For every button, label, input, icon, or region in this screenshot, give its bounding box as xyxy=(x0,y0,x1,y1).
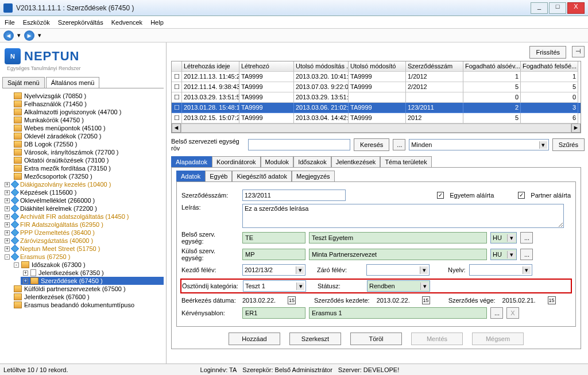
menu-eszkozok[interactable]: Eszközök xyxy=(23,19,50,26)
tree-item[interactable]: Külföldi partnerszervezetek (67500 ) xyxy=(24,285,126,292)
expand-icon[interactable]: + xyxy=(5,238,10,243)
expand-icon[interactable]: + xyxy=(5,190,10,195)
torol-button[interactable]: Töröl xyxy=(350,333,402,345)
collapse-icon[interactable]: - xyxy=(14,262,19,268)
subtab-egyeb[interactable]: Egyéb xyxy=(205,171,232,181)
scroll-right-icon[interactable]: ► xyxy=(571,123,581,133)
tree-item-erasmus[interactable]: Erasmus (67250 ) xyxy=(20,253,70,260)
kerveny-browse-button[interactable]: ... xyxy=(490,307,503,319)
szures-button[interactable]: Szűrés xyxy=(552,138,585,151)
belso-lang-combo[interactable]: HU▾ xyxy=(490,232,517,243)
subtab-megjegyzes[interactable]: Megjegyzés xyxy=(292,171,335,181)
grid-row[interactable]: ☐2012.11.13. 11:45:2TA99992013.03.20. 10… xyxy=(172,72,581,82)
statusz-combo[interactable]: Rendben▾ xyxy=(367,280,430,292)
col-letrehozo[interactable]: Létrehozó xyxy=(239,61,294,72)
tree-item[interactable]: PPP Üzemeltetés (36400 ) xyxy=(20,229,95,236)
tree-item[interactable]: Archivált FIR adatszolgáltatás (14450 ) xyxy=(20,213,129,220)
leiras-textarea[interactable] xyxy=(242,204,564,228)
col-fogadhato-also[interactable]: Fogadható alsóév... xyxy=(463,61,521,72)
tab-alapadatok[interactable]: Alapadatok xyxy=(171,156,212,167)
expand-icon[interactable]: + xyxy=(5,214,10,219)
tree-item[interactable]: Jelentkezések (67350 ) xyxy=(38,269,104,276)
col-utolso-modosito[interactable]: Utolsó módosító xyxy=(349,61,406,72)
partner-alairta-checkbox[interactable]: ✓ xyxy=(518,192,525,199)
navigation-tree[interactable]: Nyelvvizsgák (70850 ) Felhasználók (7145… xyxy=(2,92,164,339)
tree-item[interactable]: Extra mezők fordítása (73150 ) xyxy=(24,165,111,172)
menu-szerepkorvaltas[interactable]: Szerepkörváltás xyxy=(58,19,103,26)
tree-item[interactable]: Diákhitel kérelmek (72200 ) xyxy=(20,205,97,212)
expand-icon[interactable]: + xyxy=(23,270,28,276)
expand-icon[interactable]: + xyxy=(5,246,10,252)
col-letrehozas[interactable]: Létrehozás ideje xyxy=(182,61,239,72)
col-utolso-mod[interactable]: Utolsó módosítás ... xyxy=(294,61,349,72)
tree-item[interactable]: Városok, irányítószámok (72700 ) xyxy=(24,149,118,156)
nav-back-button[interactable]: ◄ xyxy=(3,30,14,41)
tree-item[interactable]: Mezőcsoportok (73250 ) xyxy=(24,173,92,180)
tree-item-szerzodesek[interactable]: Szerződések (67450 ) xyxy=(41,277,103,284)
expand-icon[interactable]: + xyxy=(5,222,10,227)
contracts-grid[interactable]: Létrehozás ideje Létrehozó Utolsó módosí… xyxy=(171,61,581,133)
calendar-icon[interactable]: 15 xyxy=(548,296,556,304)
kerveny-clear-button[interactable]: X xyxy=(506,307,519,319)
menu-kedvencek[interactable]: Kedvencek xyxy=(111,19,142,26)
tree-item[interactable]: Oklevélmelléklet (266000 ) xyxy=(20,197,95,204)
tree-item[interactable]: Jelentkezések (67600 ) xyxy=(24,293,90,300)
nav-forward-button[interactable]: ► xyxy=(24,30,34,41)
collapse-icon[interactable]: - xyxy=(5,254,10,260)
minimize-button[interactable]: _ xyxy=(531,2,548,14)
filter-input[interactable] xyxy=(248,139,350,150)
subtab-kiegeszito[interactable]: Kiegészítő adatok xyxy=(232,171,291,181)
tab-jelentkezesek[interactable]: Jelentkezések xyxy=(331,156,381,167)
filter-combo[interactable]: Minden▾ xyxy=(409,139,548,150)
expand-icon[interactable]: + xyxy=(5,198,10,203)
tree-item[interactable]: Alkalmazotti jogviszonyok (44700 ) xyxy=(24,109,121,115)
search-button[interactable]: Keresés xyxy=(354,138,389,151)
nyelv-combo[interactable]: ▾ xyxy=(469,264,532,276)
tree-item[interactable]: Oklevél záradékok (72050 ) xyxy=(24,133,102,140)
tab-altalanos-menu[interactable]: Általános menü xyxy=(46,77,100,88)
col-fogadhato-felso[interactable]: Fogadható felsőé... xyxy=(521,61,578,72)
browse-button[interactable]: ... xyxy=(393,139,405,150)
zaro-felev-combo[interactable]: ▾ xyxy=(366,264,430,276)
belso-browse-button[interactable]: ... xyxy=(520,232,533,243)
pin-icon[interactable]: ⊣ xyxy=(572,46,585,57)
szerzodesszam-input[interactable] xyxy=(242,190,346,201)
szerkeszt-button[interactable]: Szerkeszt xyxy=(289,333,341,345)
tree-item[interactable]: Erasmus beadandó dokumentumtípuso xyxy=(24,301,134,308)
tab-koordinatorok[interactable]: Koordinátorok xyxy=(212,156,261,167)
osztondij-kategoria-combo[interactable]: Teszt 1▾ xyxy=(243,280,306,292)
kulso-lang-combo[interactable]: HU▾ xyxy=(490,249,517,260)
tab-sajat-menu[interactable]: Saját menü xyxy=(2,77,45,88)
tree-item[interactable]: Webes menüpontok (45100 ) xyxy=(24,125,106,132)
expand-icon[interactable]: + xyxy=(23,279,28,284)
tree-item[interactable]: Nyelvvizsgák (70850 ) xyxy=(24,92,86,99)
kezdo-felev-combo[interactable]: 2012/13/2▾ xyxy=(242,264,305,276)
tree-item[interactable]: Képzések (115600 ) xyxy=(20,189,76,196)
grid-row[interactable]: ☐2013.02.15. 15:07:2TA99992013.03.04. 14… xyxy=(172,113,581,123)
expand-icon[interactable]: + xyxy=(5,182,10,187)
tab-idoszakok[interactable]: Időszakok xyxy=(293,156,331,167)
subtab-adatok[interactable]: Adatok xyxy=(176,171,205,181)
grid-row-selected[interactable]: ☐2013.01.28. 15:48:1TA99992013.03.06. 21… xyxy=(172,103,581,113)
tree-item[interactable]: Neptun Meet Street (51750 ) xyxy=(20,245,100,252)
tree-item[interactable]: Időszakok (67300 ) xyxy=(32,261,86,268)
hozzaad-button[interactable]: Hozzáad xyxy=(229,333,280,345)
tree-item[interactable]: Záróvizsgáztatás (40600 ) xyxy=(20,237,93,244)
tab-modulok[interactable]: Modulok xyxy=(261,156,294,167)
tree-item[interactable]: FIR Adatszolgáltatás (62950 ) xyxy=(20,221,103,228)
tree-item[interactable]: Felhasználók (71450 ) xyxy=(24,100,87,107)
refresh-button[interactable]: Frissítés xyxy=(529,46,566,59)
expand-icon[interactable]: + xyxy=(5,230,10,235)
grid-row[interactable]: ☐2013.03.29. 13:51:5TA99992013.03.29. 13… xyxy=(172,92,581,103)
tree-item[interactable]: Munkakörök (44750 ) xyxy=(24,117,84,123)
horizontal-scrollbar[interactable] xyxy=(181,123,571,133)
tree-item[interactable]: Diákigazolvány kezelés (10400 ) xyxy=(20,181,111,188)
calendar-icon[interactable]: 15 xyxy=(422,296,430,304)
close-button[interactable]: X xyxy=(567,2,585,14)
expand-icon[interactable]: + xyxy=(5,206,10,211)
tab-tema-teruletek[interactable]: Téma területek xyxy=(380,156,431,167)
maximize-button[interactable]: □ xyxy=(549,2,566,14)
tree-item[interactable]: DB Logok (72550 ) xyxy=(24,141,77,148)
tree-item[interactable]: Oktatói óraütközések (73100 ) xyxy=(24,157,109,164)
calendar-icon[interactable]: 15 xyxy=(288,296,296,304)
